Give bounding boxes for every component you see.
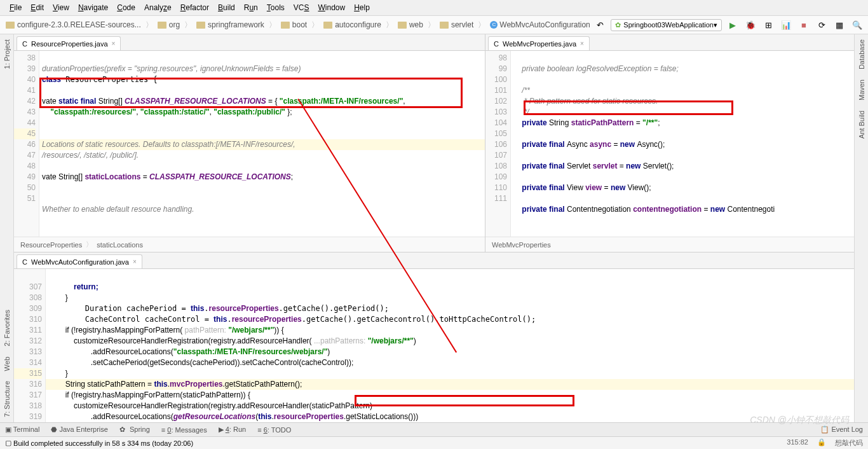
tool-window-bar: ▣ Terminal ⬣ Java Enterprise ✿ Spring ≡ …	[0, 422, 868, 436]
code-body[interactable]: durationProperties(prefix = "spring.reso…	[39, 51, 485, 237]
nav-back-button[interactable]: ↶	[593, 18, 607, 32]
editor-panel-left: C ResourceProperties.java× 3839404142434…	[14, 34, 485, 252]
menu-view[interactable]: View	[48, 3, 74, 12]
folder-icon	[6, 22, 15, 29]
tool-tab-todo[interactable]: ≡ 6: TODO	[257, 426, 291, 434]
editor-panel-bottom: C WebMvcAutoConfiguration.java× 30730830…	[14, 252, 854, 449]
event-log-button[interactable]: 📋 Event Log	[820, 425, 863, 434]
breadcrumb-part[interactable]: web	[396, 20, 425, 29]
code-editor[interactable]: 3839404142434445464748495051 durationPro…	[14, 51, 485, 237]
menu-run[interactable]: Run	[240, 3, 262, 12]
folder-icon	[323, 22, 332, 29]
tool-tab-favorites[interactable]: 2: Favorites	[2, 305, 12, 351]
editor-breadcrumb: WebMvcProperties	[485, 237, 854, 252]
status-message: Build completed successfully in 58 s 334…	[13, 439, 193, 447]
navigation-bar: configure-2.3.0.RELEASE-sources...〉 org〉…	[0, 15, 868, 34]
line-numbers: 9899100101102103104105106107108109110111	[485, 51, 511, 237]
class-icon: C	[22, 258, 29, 265]
run-button[interactable]: ▶	[726, 18, 740, 32]
menu-build[interactable]: Build	[214, 3, 240, 12]
search-everywhere-button[interactable]: 🔍	[850, 18, 864, 32]
menu-file[interactable]: File	[5, 3, 26, 12]
tool-tab-terminal[interactable]: ▣ Terminal	[5, 425, 39, 434]
close-icon[interactable]: ×	[133, 258, 137, 265]
close-icon[interactable]: ×	[112, 40, 116, 47]
spring-icon: ✿	[615, 21, 621, 29]
line-numbers: 3839404142434445464748495051	[14, 51, 39, 237]
update-button[interactable]: ⟳	[815, 18, 829, 32]
menu-analyze[interactable]: Analyze	[140, 3, 176, 12]
menu-help[interactable]: Help	[349, 3, 374, 12]
breadcrumb-part[interactable]: autoconfigure	[322, 20, 383, 29]
tool-tab-structure[interactable]: 7: Structure	[2, 376, 12, 422]
class-icon: C	[22, 40, 29, 47]
main-menu-bar: File Edit View Navigate Code Analyze Ref…	[0, 0, 868, 15]
tool-tab-run[interactable]: ▶ 4: Run	[219, 425, 246, 434]
breadcrumb-part[interactable]: springframework	[194, 20, 266, 29]
tool-tab-messages[interactable]: ≡ 0: Messages	[161, 426, 207, 434]
tool-tab-ant[interactable]: Ant Build	[857, 106, 867, 144]
stop-button[interactable]: ■	[797, 18, 811, 32]
coverage-button[interactable]: ⊞	[761, 18, 775, 32]
menu-refactor[interactable]: Refactor	[176, 3, 214, 12]
class-icon: C	[494, 40, 501, 47]
folder-icon	[158, 22, 166, 29]
right-tool-stripe: Database Maven Ant Build	[854, 34, 868, 422]
square-icon[interactable]: ▢	[5, 439, 11, 447]
folder-icon	[281, 22, 290, 29]
code-editor[interactable]: 9899100101102103104105106107108109110111…	[485, 51, 854, 237]
menu-vcs[interactable]: VCS	[289, 3, 314, 12]
breadcrumb-part[interactable]: org	[156, 20, 182, 29]
editor-tab[interactable]: C ResourceProperties.java×	[17, 36, 121, 50]
breadcrumb-part[interactable]: boot	[279, 20, 309, 29]
editor-panel-right: C WebMvcProperties.java× 989910010110210…	[485, 34, 854, 252]
breadcrumb-part[interactable]: servlet	[438, 20, 475, 29]
tool-tab-spring[interactable]: ✿ Spring	[119, 425, 150, 434]
class-icon: C	[490, 21, 498, 29]
editor-tab[interactable]: C WebMvcAutoConfiguration.java×	[17, 254, 142, 268]
caret-position: 315:82	[787, 438, 808, 448]
editor-breadcrumb: ResourceProperties〉staticLocations	[14, 237, 485, 252]
menu-window[interactable]: Window	[313, 3, 349, 12]
breadcrumb-root[interactable]: configure-2.3.0.RELEASE-sources...	[4, 20, 143, 29]
menu-navigate[interactable]: Navigate	[74, 3, 112, 12]
menu-tools[interactable]: Tools	[262, 3, 289, 12]
code-body[interactable]: private boolean logResolvedException = f…	[511, 51, 854, 237]
structure-button[interactable]: ▦	[832, 18, 846, 32]
tool-tab-maven[interactable]: Maven	[857, 74, 867, 106]
folder-icon	[398, 22, 407, 29]
left-tool-stripe: 1: Project 2: Favorites Web 7: Structure	[0, 34, 14, 422]
menu-code[interactable]: Code	[112, 3, 140, 12]
folder-icon	[440, 22, 449, 29]
tool-tab-web[interactable]: Web	[2, 352, 12, 376]
readonly-icon[interactable]: 🔒	[817, 438, 826, 448]
tool-tab-project[interactable]: 1: Project	[2, 34, 12, 74]
debug-button[interactable]: 🐞	[743, 18, 757, 32]
close-icon[interactable]: ×	[580, 40, 584, 47]
tool-tab-java-enterprise[interactable]: ⬣ Java Enterprise	[51, 425, 108, 434]
status-bar: ▢ Build completed successfully in 58 s 3…	[0, 436, 868, 449]
run-configuration-select[interactable]: ✿Springboot03WebApplication ▾	[611, 19, 722, 31]
editor-tab[interactable]: C WebMvcProperties.java×	[488, 36, 590, 50]
breadcrumb-class[interactable]: CWebMvcAutoConfiguration	[488, 20, 592, 29]
folder-icon	[196, 22, 205, 29]
news-icon[interactable]: 想敲代码	[835, 438, 863, 448]
profile-button[interactable]: 📊	[779, 18, 793, 32]
tool-tab-database[interactable]: Database	[857, 34, 867, 74]
menu-edit[interactable]: Edit	[26, 3, 48, 12]
